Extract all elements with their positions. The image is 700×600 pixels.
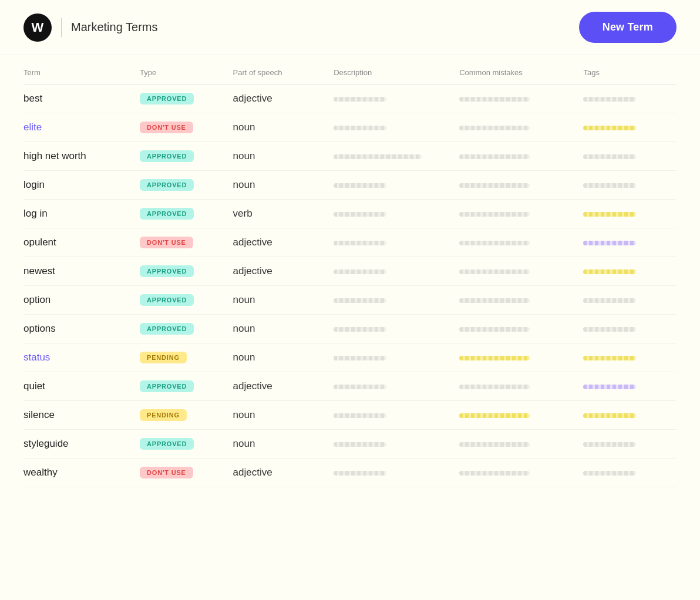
table-row[interactable]: opulentDON'T USEadjective	[23, 228, 677, 257]
tags-placeholder	[583, 154, 636, 159]
mistakes-placeholder	[459, 126, 530, 130]
term-cell: log in	[23, 200, 140, 228]
type-cell: APPROVED	[140, 200, 233, 228]
description-placeholder	[334, 385, 386, 389]
term-cell: wealthy	[23, 459, 140, 487]
tags-placeholder	[583, 385, 636, 389]
pos-cell: noun	[233, 286, 334, 315]
table-row[interactable]: statusPENDINGnoun	[23, 343, 677, 372]
tags-cell	[583, 372, 677, 401]
mistakes-placeholder	[459, 241, 530, 245]
term-cell: opulent	[23, 228, 140, 257]
table-row[interactable]: silencePENDINGnoun	[23, 401, 677, 430]
header-row: Term Type Part of speech Description Com…	[23, 61, 677, 85]
table-row[interactable]: high net worthAPPROVEDnoun	[23, 142, 677, 171]
mistakes-placeholder	[459, 298, 530, 303]
term-cell: status	[23, 343, 140, 372]
tags-cell	[583, 113, 677, 142]
pos-cell: noun	[233, 343, 334, 372]
table-row[interactable]: newestAPPROVEDadjective	[23, 257, 677, 286]
mistakes-cell	[459, 85, 583, 113]
type-cell: APPROVED	[140, 85, 233, 113]
tags-cell	[583, 85, 677, 113]
type-cell: APPROVED	[140, 171, 233, 200]
table-row[interactable]: quietAPPROVEDadjective	[23, 372, 677, 401]
type-cell: APPROVED	[140, 372, 233, 401]
col-header-tags: Tags	[583, 61, 677, 85]
mistakes-placeholder	[459, 471, 530, 476]
table-row[interactable]: bestAPPROVEDadjective	[23, 85, 677, 113]
pos-cell: noun	[233, 171, 334, 200]
table-row[interactable]: styleguideAPPROVEDnoun	[23, 430, 677, 459]
term-cell: options	[23, 315, 140, 343]
mistakes-placeholder	[459, 183, 530, 188]
mistakes-placeholder	[459, 327, 530, 332]
mistakes-placeholder	[459, 356, 530, 360]
mistakes-cell	[459, 343, 583, 372]
mistakes-placeholder	[459, 385, 530, 389]
col-header-description: Description	[334, 61, 459, 85]
tags-cell	[583, 171, 677, 200]
mistakes-cell	[459, 171, 583, 200]
mistakes-cell	[459, 372, 583, 401]
header-divider	[61, 18, 62, 37]
table-row[interactable]: wealthyDON'T USEadjective	[23, 459, 677, 487]
type-cell: DON'T USE	[140, 228, 233, 257]
mistakes-cell	[459, 142, 583, 171]
type-badge: APPROVED	[140, 438, 194, 450]
table-header: Term Type Part of speech Description Com…	[23, 61, 677, 85]
mistakes-cell	[459, 113, 583, 142]
new-term-button[interactable]: New Term	[579, 12, 677, 43]
table-row[interactable]: optionsAPPROVEDnoun	[23, 315, 677, 343]
tags-cell	[583, 286, 677, 315]
app-logo: W	[23, 14, 52, 42]
pos-cell: noun	[233, 430, 334, 459]
type-badge: DON'T USE	[140, 122, 193, 133]
type-cell: DON'T USE	[140, 113, 233, 142]
pos-cell: adjective	[233, 257, 334, 286]
table-row[interactable]: optionAPPROVEDnoun	[23, 286, 677, 315]
tags-cell	[583, 142, 677, 171]
type-cell: APPROVED	[140, 142, 233, 171]
term-cell: quiet	[23, 372, 140, 401]
term-cell: login	[23, 171, 140, 200]
tags-cell	[583, 228, 677, 257]
app-header: W Marketing Terms New Term	[0, 0, 700, 55]
header-left: W Marketing Terms	[23, 14, 157, 42]
description-cell	[334, 401, 459, 430]
tags-placeholder	[583, 241, 636, 245]
table-row[interactable]: eliteDON'T USEnoun	[23, 113, 677, 142]
type-badge: APPROVED	[140, 380, 194, 392]
mistakes-cell	[459, 459, 583, 487]
description-cell	[334, 257, 459, 286]
table-body: bestAPPROVEDadjectiveeliteDON'T USEnounh…	[23, 85, 677, 487]
type-cell: PENDING	[140, 401, 233, 430]
mistakes-cell	[459, 257, 583, 286]
mistakes-cell	[459, 401, 583, 430]
type-cell: APPROVED	[140, 315, 233, 343]
col-header-term: Term	[23, 61, 140, 85]
tags-cell	[583, 315, 677, 343]
mistakes-placeholder	[459, 154, 530, 159]
description-cell	[334, 228, 459, 257]
type-cell: APPROVED	[140, 286, 233, 315]
tags-cell	[583, 257, 677, 286]
pos-cell: adjective	[233, 228, 334, 257]
description-placeholder	[334, 298, 386, 303]
type-badge: PENDING	[140, 409, 187, 421]
tags-placeholder	[583, 356, 636, 360]
description-placeholder	[334, 154, 422, 159]
tags-placeholder	[583, 471, 636, 476]
pos-cell: adjective	[233, 372, 334, 401]
col-header-type: Type	[140, 61, 233, 85]
table-row[interactable]: log inAPPROVEDverb	[23, 200, 677, 228]
term-cell: styleguide	[23, 430, 140, 459]
description-cell	[334, 171, 459, 200]
type-cell: PENDING	[140, 343, 233, 372]
description-cell	[334, 113, 459, 142]
tags-cell	[583, 200, 677, 228]
description-placeholder	[334, 269, 386, 274]
mistakes-placeholder	[459, 212, 530, 217]
table-row[interactable]: loginAPPROVEDnoun	[23, 171, 677, 200]
description-placeholder	[334, 97, 386, 102]
